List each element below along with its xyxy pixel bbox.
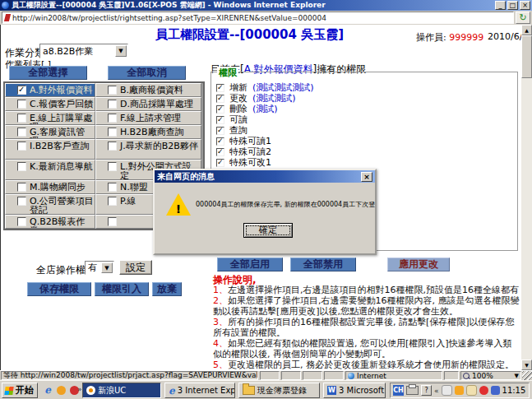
disable-all-button[interactable]: 全部禁用 xyxy=(290,257,356,271)
checkbox-icon[interactable] xyxy=(17,128,26,137)
checkbox-icon[interactable] xyxy=(216,137,224,146)
chevron-down-icon[interactable]: ▼ xyxy=(101,262,113,273)
checkbox-icon[interactable] xyxy=(17,114,26,123)
language-indicator[interactable]: CH xyxy=(393,385,404,396)
module-cell-b[interactable]: B.廠商報價資料 xyxy=(95,83,201,97)
module-cell-o[interactable]: O.公司營業項目登記 xyxy=(5,194,95,215)
address-bar: http://win2008/tw/projectlist/rightsetti… xyxy=(0,11,532,25)
vertical-scrollbar[interactable]: ▲ ▼ xyxy=(521,25,532,370)
close-icon[interactable]: × xyxy=(361,172,372,182)
checkbox-icon[interactable] xyxy=(216,127,224,135)
checkbox-icon[interactable] xyxy=(17,142,26,151)
maximize-icon[interactable]: □ xyxy=(507,1,518,10)
module-cell-k[interactable]: K.最新消息導航 xyxy=(5,160,95,180)
enable-all-button[interactable]: 全部启用 xyxy=(217,257,283,271)
checkbox-icon[interactable] xyxy=(108,86,117,95)
checkbox-icon[interactable] xyxy=(17,100,26,109)
tray-app-icon[interactable] xyxy=(491,386,500,395)
checkbox-icon[interactable] xyxy=(216,159,224,167)
minimize-icon[interactable]: _ xyxy=(495,1,506,10)
tray-app-icon[interactable] xyxy=(442,385,452,396)
zoom-control[interactable]: 100% ▼ xyxy=(460,371,521,380)
instruction-item: 1、左邊選擇操作項目,右邊是該項目的相對16種權限,預設值是16種全線都有 xyxy=(213,285,520,295)
close-icon[interactable]: × xyxy=(520,1,530,10)
discard-button[interactable]: 放棄 xyxy=(152,282,182,296)
checkbox-icon[interactable] xyxy=(17,86,26,95)
ok-button[interactable]: 確定 xyxy=(243,223,293,238)
page-title: 員工權限設置--[000004 吳玉霞] xyxy=(108,27,391,43)
module-cell-h[interactable]: H.B2B廠商查詢 xyxy=(95,125,201,139)
start-button[interactable]: 开始 xyxy=(2,383,38,398)
store-permission-select[interactable]: 有 ▼ xyxy=(85,261,114,275)
scroll-up-icon[interactable]: ▲ xyxy=(521,25,532,35)
module-cell-f[interactable]: F.線上請求管理 xyxy=(95,111,201,125)
deselect-all-button[interactable]: 全部取消 xyxy=(108,66,186,80)
tray-app-icon[interactable] xyxy=(466,385,477,396)
taskbar-button-sina-uc[interactable]: 新浪UC xyxy=(82,383,161,398)
module-cell-c[interactable]: C.報價客戶回饋 xyxy=(5,97,95,111)
refresh-icon[interactable]: ↻ xyxy=(516,12,530,24)
set-button[interactable]: 設定 xyxy=(119,260,152,275)
checkbox-icon[interactable] xyxy=(108,183,117,192)
taskbar-button-folder[interactable]: 現金簿票登錄 xyxy=(238,383,320,398)
zoom-level: 100% xyxy=(472,372,493,380)
page-favicon xyxy=(4,14,11,21)
printer-icon[interactable] xyxy=(406,386,419,395)
checkbox-icon[interactable] xyxy=(108,100,117,109)
category-select[interactable]: a8.B2B作業 ▼ xyxy=(39,44,128,58)
quicklaunch-app-icon[interactable] xyxy=(54,383,67,397)
checkbox-icon[interactable] xyxy=(17,197,26,206)
resize-grip[interactable] xyxy=(522,371,532,380)
scroll-down-icon[interactable]: ▼ xyxy=(521,360,532,370)
tray-app-icon[interactable] xyxy=(455,386,464,395)
checkbox-icon[interactable] xyxy=(216,84,224,92)
instruction-item: 4、如果您已經有類似的權限設置過, 您可以使用[權限引入]快速參考導入類似的權限… xyxy=(213,338,520,360)
address-input[interactable]: http://win2008/tw/projectlist/rightsetti… xyxy=(2,12,514,24)
select-all-button[interactable]: 全部選擇 xyxy=(9,66,87,80)
permission-row[interactable]: 刪除(測試) xyxy=(216,104,517,114)
help-icon[interactable]: ? xyxy=(421,385,432,396)
quicklaunch-overflow-icon[interactable]: » xyxy=(77,385,82,393)
save-permission-button[interactable]: 保存權限 xyxy=(27,282,91,296)
quicklaunch-ie-icon[interactable]: e xyxy=(41,383,54,397)
checkbox-icon[interactable] xyxy=(17,162,26,171)
checkbox-icon[interactable] xyxy=(216,95,224,103)
taskbar-button-office-group[interactable]: W 3 Microsoft Off... ▼ xyxy=(323,383,386,398)
checkbox-icon[interactable] xyxy=(108,142,117,151)
status-panel xyxy=(444,371,459,380)
module-cell-g[interactable]: G.客服資訊管理 xyxy=(5,125,95,139)
checkbox-icon[interactable] xyxy=(216,116,224,124)
permission-row[interactable]: 可讀 xyxy=(216,114,517,125)
module-cell-i[interactable]: I.B2B客戶查詢 xyxy=(5,139,95,160)
module-cell-e[interactable]: E.線上訂購單處理 xyxy=(5,111,95,125)
module-cell-d[interactable]: D.商品採購單處理 xyxy=(95,97,201,111)
chevron-down-icon[interactable]: ▼ xyxy=(515,373,519,379)
sina-uc-icon xyxy=(86,386,95,395)
import-permission-button[interactable]: 權限引入 xyxy=(95,282,149,296)
checkbox-icon[interactable] xyxy=(17,183,26,192)
checkbox-icon[interactable] xyxy=(216,148,224,156)
windows-logo-icon xyxy=(4,387,13,395)
instruction-item: 5、更改過權限的員工, 務必於更改後重新登錄系統才會使用新的權限設定。 xyxy=(213,360,520,370)
checkbox-icon[interactable] xyxy=(17,217,26,226)
module-cell-m[interactable]: M.購物網同步 xyxy=(5,180,95,194)
module-cell-j[interactable]: J.尋求新的B2B夥伴 xyxy=(95,139,201,160)
module-cell-a[interactable]: A.對外報價資料 xyxy=(5,83,95,97)
checkbox-icon[interactable] xyxy=(108,128,117,137)
date-label: 2010/6/19 xyxy=(488,31,521,42)
checkbox-icon[interactable] xyxy=(108,162,117,171)
dialog-title-bar[interactable]: 来自网页的消息 × xyxy=(155,170,375,183)
apply-changes-button[interactable]: 應用更改 xyxy=(387,257,450,271)
checkbox-icon[interactable] xyxy=(108,114,117,123)
checkbox-icon[interactable] xyxy=(108,217,117,226)
tray-qq-icon[interactable] xyxy=(479,386,488,395)
tray-chevron-icon[interactable]: « xyxy=(434,387,439,395)
checkbox-icon[interactable] xyxy=(216,105,224,114)
taskbar: 开始 e » 新浪UC e 3 Internet Expl... ▼ 現金簿票登… xyxy=(0,380,532,399)
module-cell-q[interactable]: Q.B2B報表作業 xyxy=(5,215,95,229)
taskbar-button-ie-group[interactable]: e 3 Internet Expl... ▼ xyxy=(164,383,235,398)
zone-label: Internet xyxy=(357,372,386,380)
scrollbar-thumb[interactable] xyxy=(521,35,532,78)
chevron-down-icon[interactable]: ▼ xyxy=(115,45,127,57)
checkbox-icon[interactable] xyxy=(108,197,117,206)
